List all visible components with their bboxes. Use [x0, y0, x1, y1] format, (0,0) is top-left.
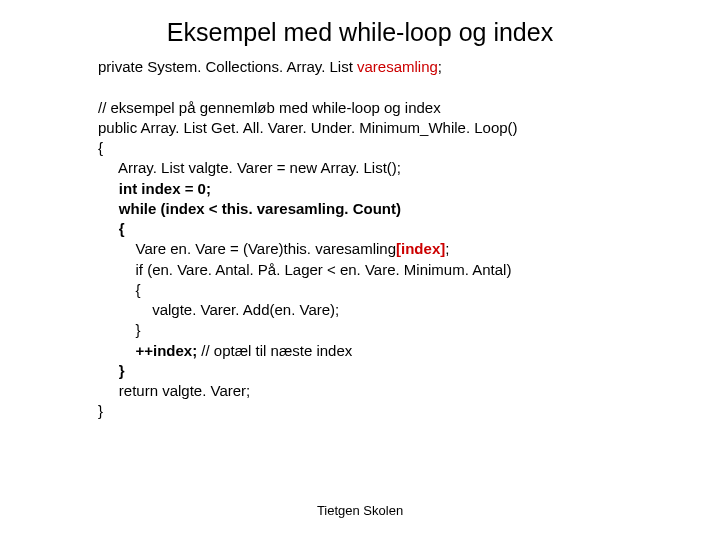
code-comment: // optæl til næste index: [197, 342, 352, 359]
code-text: while (index < this. varesamling. Count): [98, 199, 680, 219]
code-text: {: [98, 219, 680, 239]
code-highlight: [index]: [396, 240, 445, 257]
code-text: Vare en. Vare = (Vare)this. varesamling: [98, 240, 396, 257]
slide-footer: Tietgen Skolen: [0, 503, 720, 518]
code-text: ;: [438, 58, 442, 75]
code-text: if (en. Vare. Antal. På. Lager < en. Var…: [98, 260, 680, 280]
code-text: return valgte. Varer;: [98, 381, 680, 401]
code-text: ++index;: [98, 342, 197, 359]
code-text: }: [98, 401, 680, 421]
code-text: ;: [445, 240, 449, 257]
code-text: Array. List valgte. Varer = new Array. L…: [98, 158, 680, 178]
code-text: valgte. Varer. Add(en. Vare);: [98, 300, 680, 320]
code-text: }: [98, 320, 680, 340]
code-text: int index = 0;: [98, 179, 680, 199]
code-comment: // eksempel på gennemløb med while-loop …: [98, 98, 680, 118]
code-text: }: [98, 361, 680, 381]
code-text: {: [98, 138, 680, 158]
code-text: private System. Collections. Array. List: [98, 58, 357, 75]
code-text: {: [98, 280, 680, 300]
code-highlight: varesamling: [357, 58, 438, 75]
slide-title: Eksempel med while-loop og index: [0, 0, 720, 57]
code-text: public Array. List Get. All. Varer. Unde…: [98, 118, 680, 138]
code-block: private System. Collections. Array. List…: [0, 57, 720, 422]
